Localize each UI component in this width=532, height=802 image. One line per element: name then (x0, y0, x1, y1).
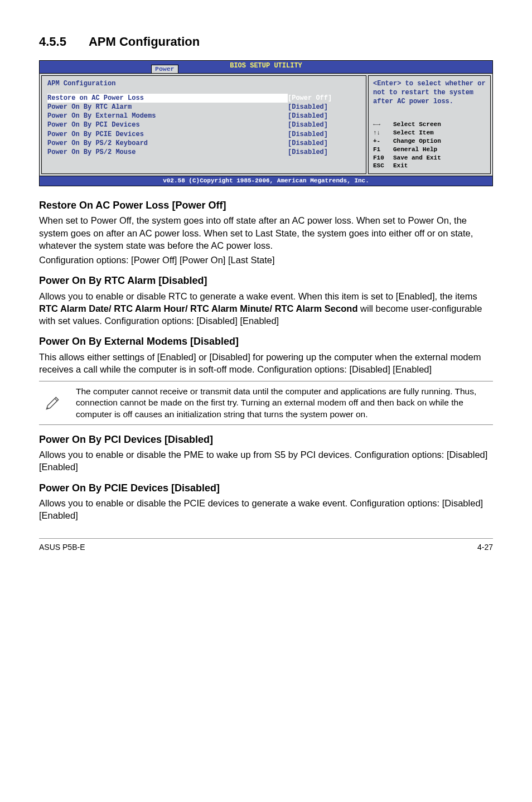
config-options: Configuration options: [Power Off] [Powe… (39, 254, 493, 266)
bios-row-pci[interactable]: Power On By PCI Devices [Disabled] (47, 120, 360, 129)
nav-key: F1 (373, 146, 393, 154)
subheading-restore-ac: Restore On AC Power Loss [Power Off] (39, 199, 493, 212)
bios-title: BIOS SETUP UTILITY (40, 61, 492, 71)
bios-row-value: [Disabled] (288, 130, 360, 139)
bios-copyright: v02.58 (C)Copyright 1985-2006, American … (40, 176, 492, 186)
footer-right: 4-27 (477, 542, 493, 553)
paragraph: Allows you to enable or disable the PME … (39, 448, 493, 474)
note-text: The computer cannot receive or transmit … (76, 386, 493, 419)
bios-row-value: [Disabled] (288, 120, 360, 129)
nav-change-option: Change Option (393, 137, 441, 146)
bios-row-rtc-alarm[interactable]: Power On By RTC Alarm [Disabled] (47, 103, 360, 112)
subheading-rtc-alarm: Power On By RTC Alarm [Disabled] (39, 274, 493, 287)
nav-exit: Exit (393, 162, 408, 170)
section-heading: 4.5.5APM Configuration (39, 33, 493, 50)
bios-tab-power[interactable]: Power (151, 65, 178, 73)
bios-row-value: [Disabled] (288, 112, 360, 120)
bios-row-value: [Disabled] (288, 148, 360, 157)
section-title: APM Configuration (89, 35, 200, 49)
subheading-ext-modems: Power On By External Modems [Disabled] (39, 335, 493, 348)
bios-row-ps2-kb[interactable]: Power On By PS/2 Keyboard [Disabled] (47, 139, 360, 148)
paragraph: Allows you to enable or disable RTC to g… (39, 290, 493, 327)
text-bold: RTC Alarm Date/ RTC Alarm Hour/ RTC Alar… (39, 303, 357, 313)
section-number: 4.5.5 (39, 33, 66, 50)
bios-panel: BIOS SETUP UTILITY Power APM Configurati… (39, 60, 493, 186)
nav-select-item: Select Item (393, 129, 434, 137)
bios-left-pane: APM Configuration Restore on AC Power Lo… (41, 75, 366, 175)
paragraph: This allows either settings of [Enabled]… (39, 351, 493, 376)
nav-save-exit: Save and Exit (393, 154, 441, 162)
bios-row-label: Power On By PS/2 Mouse (47, 148, 288, 157)
bios-right-pane: <Enter> to select whether or not to rest… (368, 75, 491, 175)
page-footer: ASUS P5B-E 4-27 (39, 538, 493, 553)
paragraph: When set to Power Off, the system goes i… (39, 214, 493, 252)
subheading-pcie: Power On By PCIE Devices [Disabled] (39, 481, 493, 495)
pencil-icon (39, 386, 66, 419)
nav-general-help: General Help (393, 146, 437, 154)
bios-row-restore-ac[interactable]: Restore on AC Power Loss [Power Off] (47, 94, 360, 103)
footer-left: ASUS P5B-E (39, 542, 85, 553)
nav-key: ESC (373, 162, 393, 170)
bios-panel-title: APM Configuration (47, 79, 360, 88)
bios-row-label: Power On By PS/2 Keyboard (47, 139, 288, 148)
bios-row-value: [Disabled] (288, 103, 360, 112)
text-fragment: Allows you to enable or disable RTC to g… (39, 291, 477, 301)
bios-help-text: <Enter> to select whether or not to rest… (373, 79, 486, 107)
paragraph: Allows you to enable or disable the PCIE… (39, 497, 493, 522)
bios-row-ps2-mouse[interactable]: Power On By PS/2 Mouse [Disabled] (47, 148, 360, 157)
bios-row-pcie[interactable]: Power On By PCIE Devices [Disabled] (47, 130, 360, 139)
arrow-up-down-icon (373, 129, 393, 137)
bios-titlebar: BIOS SETUP UTILITY Power (40, 61, 492, 73)
nav-key: F10 (373, 154, 393, 162)
bios-row-label: Power On By PCIE Devices (47, 130, 288, 139)
arrow-left-right-icon (373, 120, 393, 129)
bios-row-label: Power On By PCI Devices (47, 120, 288, 129)
bios-row-label: Restore on AC Power Loss (47, 94, 288, 103)
nav-select-screen: Select Screen (393, 120, 441, 129)
subheading-pci: Power On By PCI Devices [Disabled] (39, 433, 493, 446)
note-box: The computer cannot receive or transmit … (39, 381, 493, 424)
bios-row-label: Power On By External Modems (47, 112, 288, 120)
bios-row-label: Power On By RTC Alarm (47, 103, 288, 112)
nav-key: +- (373, 137, 393, 146)
bios-nav-block: Select Screen Select Item +-Change Optio… (373, 120, 486, 170)
bios-row-value: [Disabled] (288, 139, 360, 148)
bios-row-value: [Power Off] (288, 94, 360, 103)
bios-row-ext-modems[interactable]: Power On By External Modems [Disabled] (47, 112, 360, 120)
